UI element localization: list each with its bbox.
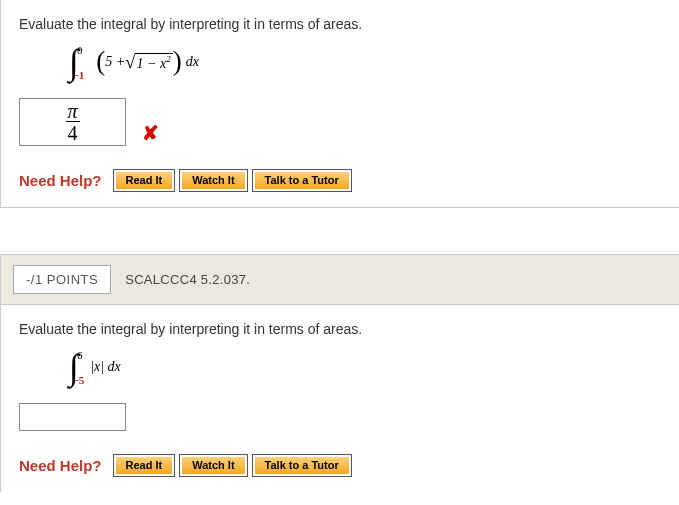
- question-1: Evaluate the integral by interpreting it…: [0, 0, 679, 208]
- upper-limit: 0: [77, 44, 83, 56]
- question-reference: SCALCCC4 5.2.037.: [125, 272, 250, 287]
- open-paren: (: [96, 46, 105, 77]
- answer-numerator: π: [67, 101, 77, 121]
- watch-it-button[interactable]: Watch It: [182, 172, 244, 189]
- question-prompt: Evaluate the integral by interpreting it…: [19, 321, 661, 337]
- question-2-header: -/1 POINTS SCALCCC4 5.2.037.: [0, 254, 679, 305]
- integral-expression: ∫ 0 −1 ( 5 + √ 1 − x2 ) dx: [69, 38, 661, 86]
- integral-expression: ∫ 6 −5 |x| dx: [69, 343, 661, 391]
- points-box[interactable]: -/1 POINTS: [13, 265, 111, 294]
- sqrt-body: 1 − x2: [135, 53, 173, 72]
- question-prompt: Evaluate the integral by interpreting it…: [19, 16, 661, 32]
- answer-input[interactable]: π 4: [19, 98, 126, 146]
- help-row: Need Help? Read It Watch It Talk to a Tu…: [19, 172, 661, 189]
- talk-to-tutor-button[interactable]: Talk to a Tutor: [255, 172, 349, 189]
- dx: dx: [186, 54, 199, 70]
- close-paren: ): [173, 46, 182, 77]
- answer-input[interactable]: [19, 403, 126, 431]
- wrong-icon: ✘: [142, 121, 159, 145]
- five-plus: 5 +: [105, 54, 125, 70]
- abs-x-dx: |x| dx: [90, 359, 121, 375]
- read-it-button[interactable]: Read It: [116, 172, 173, 189]
- lower-limit: −1: [72, 69, 84, 81]
- help-row: Need Help? Read It Watch It Talk to a Tu…: [19, 457, 661, 474]
- talk-to-tutor-button[interactable]: Talk to a Tutor: [255, 457, 349, 474]
- question-2: Evaluate the integral by interpreting it…: [0, 305, 679, 492]
- read-it-button[interactable]: Read It: [116, 457, 173, 474]
- need-help-label: Need Help?: [19, 172, 102, 189]
- need-help-label: Need Help?: [19, 457, 102, 474]
- answer-denominator: 4: [66, 121, 80, 143]
- lower-limit: −5: [72, 374, 84, 386]
- upper-limit: 6: [77, 349, 83, 361]
- watch-it-button[interactable]: Watch It: [182, 457, 244, 474]
